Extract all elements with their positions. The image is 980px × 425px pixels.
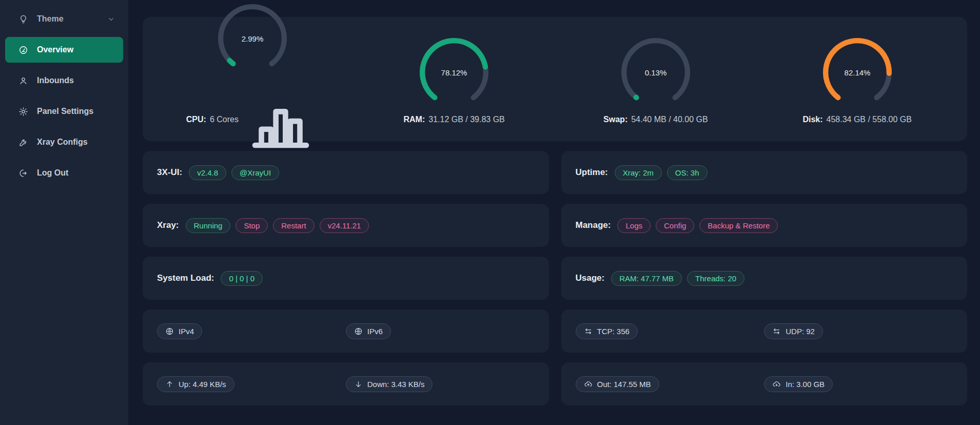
main-content: 2.99% CPU: 6 Cores 78.12% RAM: 31.12 GB … <box>128 0 980 425</box>
manage-card: Manage: Logs Config Backup & Restore <box>561 204 968 247</box>
gear-icon <box>18 107 28 117</box>
xray-version-badge[interactable]: v24.11.21 <box>320 218 369 233</box>
sidebar-item-overview[interactable]: Overview <box>5 37 123 63</box>
traffic-in-tag: In: 3.00 GB <box>764 376 833 392</box>
upload-speed-tag: Up: 4.49 KB/s <box>157 376 234 392</box>
info-rows: 3X-UI: v2.4.8 @XrayUI Uptime: Xray: 2m O… <box>143 151 967 405</box>
traffic-card: Out: 147.55 MB In: 3.00 GB <box>561 362 968 405</box>
ipv6-label: IPv6 <box>367 327 383 336</box>
swap-arrows-icon <box>584 327 593 336</box>
person-icon <box>18 76 28 86</box>
ram-detail: 31.12 GB / 39.83 GB <box>428 115 505 124</box>
cpu-label: CPU: 6 Cores <box>186 81 319 158</box>
globe-icon <box>354 327 363 336</box>
manage-title: Manage: <box>576 220 611 230</box>
cpu-gauge: 2.99% CPU: 6 Cores <box>152 0 354 158</box>
sidebar-item-label: Panel Settings <box>37 107 93 116</box>
chevron-down-icon[interactable] <box>107 15 115 23</box>
svg-text:0.13%: 0.13% <box>645 68 667 77</box>
usage-title: Usage: <box>576 273 605 283</box>
disk-label: Disk: 458.34 GB / 558.00 GB <box>802 115 911 124</box>
lightbulb-icon <box>18 14 28 24</box>
ipv4-label: IPv4 <box>179 327 194 336</box>
svg-text:2.99%: 2.99% <box>242 34 264 43</box>
usage-threads-badge: Threads: 20 <box>687 271 744 286</box>
swap-label: Swap: 54.40 MB / 40.00 GB <box>603 115 708 124</box>
tcp-count: TCP: 356 <box>597 327 630 336</box>
uptime-card: Uptime: Xray: 2m OS: 3h <box>561 151 968 194</box>
ipv6-tag[interactable]: IPv6 <box>346 323 391 339</box>
xui-card: 3X-UI: v2.4.8 @XrayUI <box>143 151 549 194</box>
system-load-card: System Load: 0 | 0 | 0 <box>143 257 549 300</box>
swap-gauge-arc: 0.13% <box>617 34 694 111</box>
xray-title: Xray: <box>157 220 179 230</box>
sidebar-item-label: Inbounds <box>37 76 74 85</box>
system-load-badge: 0 | 0 | 0 <box>221 271 263 286</box>
cloud-download-icon <box>772 380 781 389</box>
disk-detail: 458.34 GB / 558.00 GB <box>827 115 912 124</box>
logout-icon <box>18 168 28 178</box>
theme-label: Theme <box>37 14 64 24</box>
sidebar: Theme Overview Inbounds Panel Settings X… <box>0 0 128 425</box>
xray-stop-button[interactable]: Stop <box>236 218 268 233</box>
connections-card: TCP: 356 UDP: 92 <box>561 310 968 353</box>
usage-card: Usage: RAM: 47.77 MB Threads: 20 <box>561 257 968 300</box>
traffic-out: Out: 147.55 MB <box>597 380 651 389</box>
dashboard-icon <box>18 45 28 55</box>
sidebar-item-panel-settings[interactable]: Panel Settings <box>5 99 123 124</box>
system-load-title: System Load: <box>157 273 214 283</box>
udp-tag: UDP: 92 <box>764 323 823 339</box>
logs-button[interactable]: Logs <box>617 218 651 233</box>
ram-gauge-arc: 78.12% <box>416 34 493 111</box>
swap-detail: 54.40 MB / 40.00 GB <box>631 115 708 124</box>
xray-card: Xray: Running Stop Restart v24.11.21 <box>143 204 549 247</box>
sidebar-item-label: Overview <box>37 45 73 54</box>
sidebar-item-label: Log Out <box>37 168 68 178</box>
arrow-down-icon <box>354 380 363 389</box>
traffic-in: In: 3.00 GB <box>786 380 825 389</box>
cloud-upload-icon <box>584 380 593 389</box>
sidebar-item-label: Xray Configs <box>37 138 88 147</box>
xui-title: 3X-UI: <box>157 167 182 178</box>
cpu-gauge-arc: 2.99% <box>214 0 291 77</box>
disk-title: Disk: <box>802 115 822 124</box>
cpu-detail: 6 Cores <box>210 115 239 124</box>
xray-restart-button[interactable]: Restart <box>273 218 314 233</box>
swap-arrows-icon <box>772 327 781 336</box>
traffic-out-tag: Out: 147.55 MB <box>576 376 659 392</box>
theme-menu[interactable]: Theme <box>5 6 123 32</box>
ipv4-tag[interactable]: IPv4 <box>157 323 202 339</box>
bar-chart-icon[interactable] <box>242 81 319 158</box>
wrench-icon <box>18 138 28 147</box>
config-button[interactable]: Config <box>656 218 694 233</box>
xui-telegram-badge[interactable]: @XrayUI <box>231 165 279 180</box>
tcp-tag: TCP: 356 <box>576 323 638 339</box>
globe-icon <box>165 327 174 336</box>
uptime-os-badge: OS: 3h <box>667 165 708 180</box>
sidebar-item-log-out[interactable]: Log Out <box>5 160 123 186</box>
uptime-xray-badge: Xray: 2m <box>615 165 662 180</box>
ip-card: IPv4 IPv6 <box>143 310 549 353</box>
uptime-title: Uptime: <box>576 167 608 178</box>
disk-gauge: 82.14% Disk: 458.34 GB / 558.00 GB <box>756 34 958 124</box>
swap-title: Swap: <box>603 115 628 124</box>
backup-restore-button[interactable]: Backup & Restore <box>699 218 778 233</box>
speed-card: Up: 4.49 KB/s Down: 3.43 KB/s <box>143 362 549 405</box>
usage-ram-badge: RAM: 47.77 MB <box>611 271 682 286</box>
ram-gauge: 78.12% RAM: 31.12 GB / 39.83 GB <box>354 34 555 124</box>
svg-text:78.12%: 78.12% <box>441 68 467 77</box>
disk-gauge-arc: 82.14% <box>819 34 896 111</box>
xui-version-badge: v2.4.8 <box>189 165 226 180</box>
system-stats-card: 2.99% CPU: 6 Cores 78.12% RAM: 31.12 GB … <box>143 17 967 141</box>
upload-speed: Up: 4.49 KB/s <box>179 380 226 389</box>
udp-count: UDP: 92 <box>786 327 815 336</box>
download-speed: Down: 3.43 KB/s <box>367 380 425 389</box>
sidebar-item-inbounds[interactable]: Inbounds <box>5 68 123 93</box>
cpu-title: CPU: <box>186 115 206 124</box>
arrow-up-icon <box>165 380 174 389</box>
ram-label: RAM: 31.12 GB / 39.83 GB <box>403 115 504 124</box>
ram-title: RAM: <box>403 115 425 124</box>
sidebar-item-xray-configs[interactable]: Xray Configs <box>5 129 123 155</box>
download-speed-tag: Down: 3.43 KB/s <box>346 376 433 392</box>
xray-status-badge: Running <box>186 218 231 233</box>
